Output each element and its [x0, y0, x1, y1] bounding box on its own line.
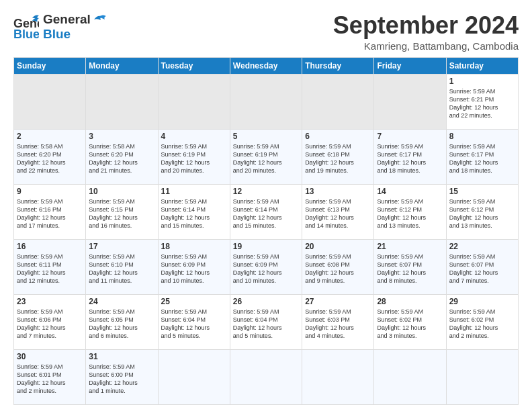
- day-info: Sunrise: 5:59 AM Sunset: 6:12 PM Dayligh…: [449, 197, 515, 230]
- calendar-cell: 4Sunrise: 5:59 AM Sunset: 6:19 PM Daylig…: [158, 129, 230, 184]
- calendar-cell: 12Sunrise: 5:59 AM Sunset: 6:14 PM Dayli…: [230, 184, 302, 239]
- day-number: 27: [305, 297, 371, 306]
- calendar-cell: 9Sunrise: 5:59 AM Sunset: 6:16 PM Daylig…: [14, 184, 86, 239]
- day-number: 6: [305, 132, 371, 141]
- calendar-cell: [14, 74, 86, 129]
- calendar-cell: 17Sunrise: 5:59 AM Sunset: 6:10 PM Dayli…: [86, 239, 158, 294]
- calendar-week-4: 23Sunrise: 5:59 AM Sunset: 6:06 PM Dayli…: [14, 294, 519, 349]
- day-number: 18: [161, 242, 227, 251]
- calendar-cell: 3Sunrise: 5:58 AM Sunset: 6:20 PM Daylig…: [86, 129, 158, 184]
- day-info: Sunrise: 5:59 AM Sunset: 6:17 PM Dayligh…: [449, 142, 515, 175]
- calendar-cell: 29Sunrise: 5:59 AM Sunset: 6:02 PM Dayli…: [446, 294, 518, 349]
- day-number: 4: [161, 132, 227, 141]
- day-info: Sunrise: 5:59 AM Sunset: 6:17 PM Dayligh…: [377, 142, 443, 175]
- day-number: 28: [377, 297, 443, 306]
- day-number: 21: [377, 242, 443, 251]
- day-info: Sunrise: 5:59 AM Sunset: 6:14 PM Dayligh…: [161, 197, 227, 230]
- day-info: Sunrise: 5:59 AM Sunset: 6:02 PM Dayligh…: [449, 308, 515, 340]
- day-number: 23: [17, 297, 83, 306]
- day-number: 1: [449, 77, 515, 86]
- day-info: Sunrise: 5:59 AM Sunset: 6:16 PM Dayligh…: [17, 197, 83, 230]
- day-number: 14: [377, 187, 443, 196]
- calendar-cell: 30Sunrise: 5:59 AM Sunset: 6:01 PM Dayli…: [14, 349, 86, 404]
- calendar-week-0: 1Sunrise: 5:59 AM Sunset: 6:21 PM Daylig…: [14, 74, 519, 129]
- day-info: Sunrise: 5:59 AM Sunset: 6:05 PM Dayligh…: [89, 308, 154, 340]
- day-info: Sunrise: 5:59 AM Sunset: 6:08 PM Dayligh…: [305, 253, 371, 285]
- day-info: Sunrise: 5:59 AM Sunset: 6:19 PM Dayligh…: [233, 142, 299, 175]
- day-number: 26: [233, 297, 299, 306]
- day-info: Sunrise: 5:59 AM Sunset: 6:18 PM Dayligh…: [305, 142, 371, 175]
- day-number: 10: [89, 187, 154, 196]
- calendar-week-2: 9Sunrise: 5:59 AM Sunset: 6:16 PM Daylig…: [14, 184, 519, 239]
- day-info: Sunrise: 5:59 AM Sunset: 6:07 PM Dayligh…: [449, 253, 515, 285]
- calendar-cell: 28Sunrise: 5:59 AM Sunset: 6:02 PM Dayli…: [374, 294, 446, 349]
- calendar-cell: 19Sunrise: 5:59 AM Sunset: 6:09 PM Dayli…: [230, 239, 302, 294]
- calendar-header-thursday: Thursday: [302, 57, 374, 74]
- calendar-cell: 7Sunrise: 5:59 AM Sunset: 6:17 PM Daylig…: [374, 129, 446, 184]
- calendar-cell: 14Sunrise: 5:59 AM Sunset: 6:12 PM Dayli…: [374, 184, 446, 239]
- logo-icon: General Blue: [13, 14, 39, 40]
- day-number: 30: [17, 352, 83, 361]
- day-info: Sunrise: 5:59 AM Sunset: 6:04 PM Dayligh…: [161, 308, 227, 340]
- calendar-cell: [302, 349, 374, 404]
- day-number: 17: [89, 242, 154, 251]
- day-number: 24: [89, 297, 154, 306]
- day-info: Sunrise: 5:59 AM Sunset: 6:13 PM Dayligh…: [305, 197, 371, 230]
- calendar-cell: 15Sunrise: 5:59 AM Sunset: 6:12 PM Dayli…: [446, 184, 518, 239]
- day-info: Sunrise: 5:59 AM Sunset: 6:00 PM Dayligh…: [89, 363, 154, 396]
- logo-bird-icon: [93, 14, 107, 25]
- calendar-cell: 11Sunrise: 5:59 AM Sunset: 6:14 PM Dayli…: [158, 184, 230, 239]
- logo: General Blue General Blue: [13, 12, 107, 42]
- main-title: September 2024: [333, 12, 519, 39]
- calendar-header-monday: Monday: [86, 57, 158, 74]
- day-info: Sunrise: 5:59 AM Sunset: 6:03 PM Dayligh…: [305, 308, 371, 340]
- day-info: Sunrise: 5:59 AM Sunset: 6:01 PM Dayligh…: [17, 363, 83, 396]
- day-info: Sunrise: 5:59 AM Sunset: 6:21 PM Dayligh…: [449, 87, 515, 120]
- page: General Blue General Blue September 2024: [0, 0, 532, 411]
- day-info: Sunrise: 5:59 AM Sunset: 6:09 PM Dayligh…: [233, 253, 299, 285]
- calendar-cell: 8Sunrise: 5:59 AM Sunset: 6:17 PM Daylig…: [446, 129, 518, 184]
- calendar-cell: [374, 349, 446, 404]
- logo-blue-text: Blue: [43, 27, 107, 42]
- day-number: 19: [233, 242, 299, 251]
- calendar-cell: 31Sunrise: 5:59 AM Sunset: 6:00 PM Dayli…: [86, 349, 158, 404]
- calendar-week-5: 30Sunrise: 5:59 AM Sunset: 6:01 PM Dayli…: [14, 349, 519, 404]
- subtitle: Kamrieng, Battambang, Cambodia: [333, 40, 519, 52]
- calendar-cell: [302, 74, 374, 129]
- calendar-cell: 18Sunrise: 5:59 AM Sunset: 6:09 PM Dayli…: [158, 239, 230, 294]
- calendar-week-3: 16Sunrise: 5:59 AM Sunset: 6:11 PM Dayli…: [14, 239, 519, 294]
- day-number: 7: [377, 132, 443, 141]
- calendar-cell: [446, 349, 518, 404]
- calendar-header-wednesday: Wednesday: [230, 57, 302, 74]
- calendar-header-friday: Friday: [374, 57, 446, 74]
- day-info: Sunrise: 5:59 AM Sunset: 6:07 PM Dayligh…: [377, 253, 443, 285]
- calendar-cell: 2Sunrise: 5:58 AM Sunset: 6:20 PM Daylig…: [14, 129, 86, 184]
- calendar-cell: 1Sunrise: 5:59 AM Sunset: 6:21 PM Daylig…: [446, 74, 518, 129]
- day-info: Sunrise: 5:59 AM Sunset: 6:09 PM Dayligh…: [161, 253, 227, 285]
- calendar-cell: [158, 349, 230, 404]
- day-number: 20: [305, 242, 371, 251]
- calendar-cell: 22Sunrise: 5:59 AM Sunset: 6:07 PM Dayli…: [446, 239, 518, 294]
- day-number: 31: [89, 352, 154, 361]
- calendar-cell: [86, 74, 158, 129]
- svg-text:Blue: Blue: [13, 28, 39, 40]
- calendar-cell: [230, 349, 302, 404]
- day-number: 15: [449, 187, 515, 196]
- calendar-header-sunday: Sunday: [14, 57, 86, 74]
- calendar-cell: 25Sunrise: 5:59 AM Sunset: 6:04 PM Dayli…: [158, 294, 230, 349]
- day-info: Sunrise: 5:58 AM Sunset: 6:20 PM Dayligh…: [89, 142, 154, 175]
- day-info: Sunrise: 5:59 AM Sunset: 6:04 PM Dayligh…: [233, 308, 299, 340]
- day-number: 29: [449, 297, 515, 306]
- day-info: Sunrise: 5:59 AM Sunset: 6:14 PM Dayligh…: [233, 197, 299, 230]
- day-number: 3: [89, 132, 154, 141]
- calendar-cell: 21Sunrise: 5:59 AM Sunset: 6:07 PM Dayli…: [374, 239, 446, 294]
- day-number: 9: [17, 187, 83, 196]
- calendar-cell: 16Sunrise: 5:59 AM Sunset: 6:11 PM Dayli…: [14, 239, 86, 294]
- calendar-cell: 13Sunrise: 5:59 AM Sunset: 6:13 PM Dayli…: [302, 184, 374, 239]
- calendar-cell: 23Sunrise: 5:59 AM Sunset: 6:06 PM Dayli…: [14, 294, 86, 349]
- day-number: 25: [161, 297, 227, 306]
- day-info: Sunrise: 5:59 AM Sunset: 6:19 PM Dayligh…: [161, 142, 227, 175]
- header: General Blue General Blue September 2024: [13, 12, 519, 52]
- day-number: 13: [305, 187, 371, 196]
- calendar-cell: [230, 74, 302, 129]
